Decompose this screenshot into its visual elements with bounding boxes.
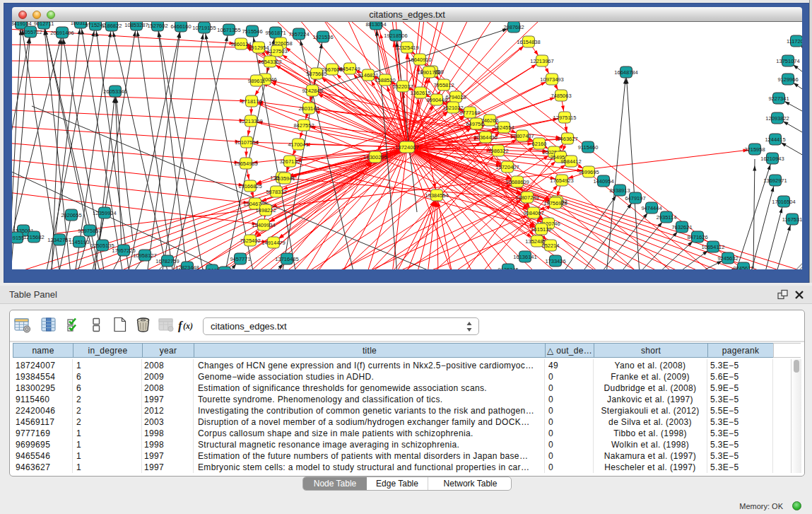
svg-text:10654112: 10654112 — [702, 244, 725, 250]
svg-text:1615132: 1615132 — [531, 226, 551, 233]
svg-text:989611: 989611 — [248, 78, 265, 84]
svg-text:8127503: 8127503 — [266, 48, 287, 54]
svg-text:19218506: 19218506 — [384, 33, 407, 39]
svg-text:7986322: 7986322 — [488, 148, 508, 154]
svg-text:1167531: 1167531 — [782, 216, 802, 223]
svg-text:10671355: 10671355 — [217, 27, 240, 33]
svg-text:2803144: 2803144 — [298, 105, 319, 112]
svg-text:18724007: 18724007 — [395, 144, 418, 151]
svg-text:746266: 746266 — [481, 117, 498, 124]
svg-text:12505135: 12505135 — [90, 243, 114, 249]
svg-text:8427552: 8427552 — [293, 122, 314, 129]
svg-text:1117204: 1117204 — [787, 38, 802, 45]
svg-text:62160: 62160 — [532, 141, 547, 147]
svg-text:12093822: 12093822 — [765, 115, 789, 122]
svg-text:10853287: 10853287 — [124, 22, 148, 28]
svg-text:10807487: 10807487 — [510, 133, 534, 139]
svg-text:10719155: 10719155 — [192, 25, 216, 31]
svg-text:1588520: 1588520 — [375, 77, 395, 83]
svg-text:1498222: 1498222 — [255, 207, 276, 214]
svg-text:10958127: 10958127 — [133, 252, 156, 259]
svg-text:15409934: 15409934 — [252, 222, 275, 228]
svg-text:1145193: 1145193 — [69, 239, 90, 245]
svg-text:7515546: 7515546 — [242, 28, 262, 35]
svg-text:93975857: 93975857 — [78, 228, 101, 234]
svg-text:19166825: 19166825 — [238, 183, 261, 189]
svg-text:4170041: 4170041 — [288, 141, 308, 148]
svg-text:1244415: 1244415 — [765, 136, 785, 143]
svg-text:7632621: 7632621 — [671, 224, 692, 230]
svg-text:17016504: 17016504 — [772, 199, 795, 205]
svg-text:9245612: 9245612 — [733, 265, 753, 270]
svg-text:12213369: 12213369 — [239, 118, 262, 124]
svg-text:8813054: 8813054 — [365, 22, 386, 28]
svg-text:16154838: 16154838 — [517, 39, 540, 45]
svg-text:2020655: 2020655 — [61, 212, 81, 218]
svg-text:19901768: 19901768 — [417, 69, 440, 76]
svg-text:7955812: 7955812 — [433, 82, 454, 88]
svg-text:1215682: 1215682 — [23, 234, 44, 240]
svg-text:6479197: 6479197 — [625, 195, 645, 201]
svg-text:14055712: 14055712 — [18, 29, 42, 35]
svg-text:(x): (x) — [183, 321, 193, 331]
svg-text:9012711: 9012711 — [34, 22, 54, 27]
svg-text:2087682: 2087682 — [503, 24, 524, 30]
svg-text:9699695: 9699695 — [578, 169, 599, 175]
svg-text:12325419: 12325419 — [395, 45, 418, 51]
svg-text:16136141: 16136141 — [513, 254, 536, 260]
svg-text:9474444: 9474444 — [641, 205, 661, 211]
svg-text:10688609: 10688609 — [505, 179, 529, 185]
svg-text:4535941: 4535941 — [274, 175, 295, 182]
svg-text:915532: 915532 — [216, 269, 233, 270]
svg-text:18807249: 18807249 — [515, 194, 539, 201]
svg-text:16782759: 16782759 — [155, 258, 179, 264]
svg-text:9129966: 9129966 — [777, 76, 798, 83]
svg-text:9242848: 9242848 — [302, 88, 322, 94]
svg-text:9777169: 9777169 — [459, 110, 480, 116]
svg-text:17957225: 17957225 — [112, 247, 135, 254]
svg-text:1362615: 1362615 — [410, 90, 430, 96]
svg-text:2718176: 2718176 — [241, 98, 261, 105]
svg-text:252214: 252214 — [541, 243, 559, 249]
svg-text:12359924: 12359924 — [93, 210, 116, 216]
svg-text:9115460: 9115460 — [578, 144, 599, 151]
svg-text:5322037: 5322037 — [392, 83, 413, 90]
svg-text:16210943: 16210943 — [760, 156, 784, 162]
svg-text:18300295: 18300295 — [363, 154, 387, 160]
svg-text:7625402: 7625402 — [240, 238, 260, 244]
svg-text:14914479: 14914479 — [261, 240, 285, 246]
svg-text:39155: 39155 — [12, 235, 24, 241]
svg-text:16543362: 16543362 — [258, 59, 281, 65]
svg-text:8990448: 8990448 — [426, 97, 447, 103]
svg-text:6466160: 6466160 — [170, 23, 191, 30]
svg-text:1186822: 1186822 — [102, 23, 122, 29]
svg-text:19384554: 19384554 — [425, 192, 448, 199]
svg-text:9584412: 9584412 — [560, 158, 581, 165]
svg-text:8938913: 8938913 — [609, 187, 630, 194]
svg-text:9463627: 9463627 — [557, 136, 577, 142]
svg-text:12975115: 12975115 — [553, 115, 577, 121]
svg-text:9561871: 9561871 — [265, 30, 286, 36]
svg-text:8454749: 8454749 — [339, 66, 360, 72]
svg-text:20691406: 20691406 — [50, 30, 73, 36]
svg-text:1921536: 1921536 — [312, 34, 333, 40]
svg-text:8471626: 8471626 — [687, 234, 707, 240]
svg-text:1733426: 1733426 — [545, 258, 565, 264]
svg-text:8912954: 8912954 — [248, 45, 269, 51]
svg-text:13751074: 13751074 — [776, 58, 799, 64]
svg-text:9457771: 9457771 — [230, 256, 250, 262]
svg-text:9227341: 9227341 — [768, 95, 789, 102]
svg-text:2935114: 2935114 — [657, 214, 677, 221]
svg-text:12213967: 12213967 — [530, 58, 553, 64]
svg-text:1440954: 1440954 — [593, 178, 613, 185]
svg-text:7485063: 7485063 — [551, 93, 571, 99]
svg-text:9136245: 9136245 — [498, 267, 518, 270]
svg-text:19654985: 19654985 — [234, 160, 257, 167]
svg-text:9245632: 9245632 — [717, 255, 738, 262]
svg-text:20364436: 20364436 — [473, 134, 497, 141]
svg-text:9084067: 9084067 — [523, 210, 543, 216]
svg-text:3215958: 3215958 — [744, 146, 765, 153]
svg-text:10107554: 10107554 — [235, 139, 258, 146]
svg-text:15720407: 15720407 — [495, 164, 519, 170]
svg-text:3267130: 3267130 — [279, 158, 300, 165]
